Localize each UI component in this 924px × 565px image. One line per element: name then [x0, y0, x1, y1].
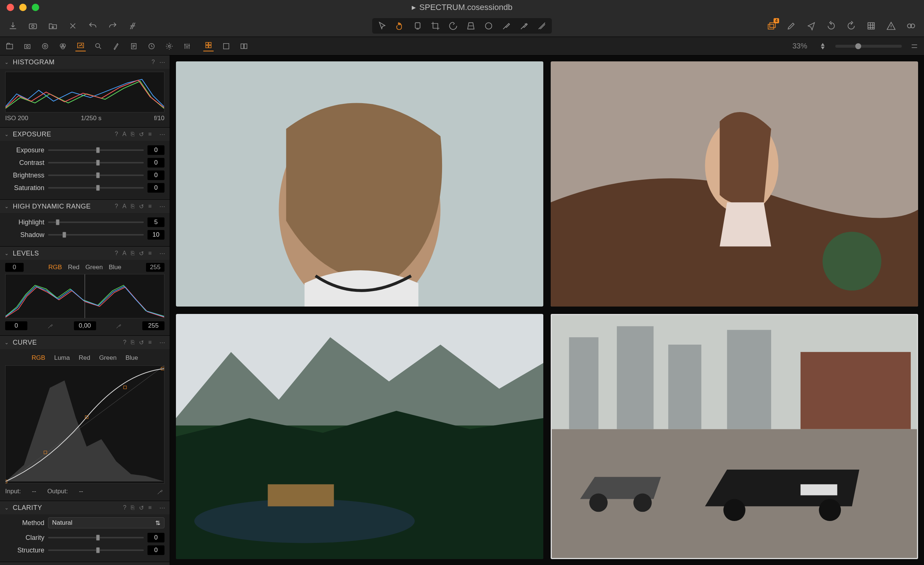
saturation-slider[interactable] [48, 187, 144, 189]
levels-white-value[interactable]: 255 [142, 321, 165, 330]
grid-icon[interactable] [866, 20, 877, 32]
single-view-icon[interactable] [221, 41, 231, 51]
help-icon[interactable]: ? [123, 339, 126, 346]
auto-icon[interactable]: A [122, 131, 126, 138]
spot-tool-icon[interactable] [483, 20, 494, 32]
help-icon[interactable]: ? [152, 59, 155, 65]
copy-icon[interactable]: ⎘ [131, 203, 135, 210]
levels-channel-green[interactable]: Green [86, 264, 103, 271]
help-icon[interactable]: ? [115, 131, 118, 138]
slider-value[interactable]: 0 [147, 158, 165, 167]
reset-icon[interactable]: ↺ [139, 203, 144, 210]
slider-value[interactable]: 0 [147, 545, 165, 555]
redo-icon[interactable] [107, 20, 118, 32]
zoom-fit-icon[interactable] [818, 41, 828, 51]
edit-icon[interactable] [786, 20, 797, 32]
exposure-slider[interactable] [48, 149, 144, 151]
slider-value[interactable]: 5 [147, 218, 165, 227]
clarity-header[interactable]: ⌄CLARITY ?⎘↺⋯ [0, 501, 170, 514]
levels-black-value[interactable]: 0 [5, 321, 27, 330]
levels-header[interactable]: ⌄LEVELS ?A⎘↺⋯ [0, 246, 170, 260]
library-tab-icon[interactable] [4, 41, 15, 51]
menu-icon[interactable]: ⋯ [159, 131, 165, 138]
vignetting-header[interactable]: ›VIGNETTING ?⎘↺⋯ [0, 562, 170, 565]
local-adjust-tab-icon[interactable] [111, 41, 121, 51]
auto-adjust-icon[interactable] [127, 20, 138, 32]
metadata-tab-icon[interactable] [129, 41, 139, 51]
curve-channel-blue[interactable]: Blue [125, 354, 138, 362]
levels-mid-value[interactable]: 0,00 [74, 321, 96, 330]
clarity-slider[interactable] [48, 537, 144, 538]
send-icon[interactable] [806, 20, 817, 32]
levels-low-value[interactable]: 0 [5, 263, 24, 272]
preset-icon[interactable] [148, 203, 155, 210]
zoom-window-button[interactable] [32, 4, 39, 11]
preset-icon[interactable] [148, 250, 155, 257]
shadow-slider[interactable] [48, 234, 144, 236]
help-icon[interactable]: ? [123, 504, 126, 511]
menu-icon[interactable]: ⋯ [159, 203, 165, 210]
exposure-header[interactable]: ⌄EXPOSURE ?A⎘↺⋯ [0, 128, 170, 141]
cancel-icon[interactable] [67, 20, 78, 32]
undo-icon[interactable] [87, 20, 98, 32]
clarity-method-select[interactable]: Natural⇅ [48, 517, 165, 528]
menu-icon[interactable]: ⋯ [159, 504, 165, 511]
color-tab-icon[interactable] [58, 41, 68, 51]
reset-icon[interactable]: ↺ [139, 339, 144, 346]
gradient-tool-icon[interactable] [536, 20, 548, 32]
eyedropper-white-icon[interactable] [116, 322, 123, 329]
close-window-button[interactable] [7, 4, 14, 11]
capture-icon[interactable] [27, 20, 39, 32]
rotate-tool-icon[interactable] [448, 20, 459, 32]
auto-icon[interactable]: A [122, 203, 126, 210]
copy-icon[interactable]: ⎘ [131, 250, 135, 257]
brush-tool-icon[interactable] [501, 20, 512, 32]
lens-tab-icon[interactable] [40, 41, 50, 51]
levels-graph[interactable] [5, 274, 165, 319]
copy-icon[interactable]: ⎘ [131, 504, 135, 511]
brightness-slider[interactable] [48, 174, 144, 176]
hdr-header[interactable]: ⌄HIGH DYNAMIC RANGE ?A⎘↺⋯ [0, 200, 170, 213]
curve-header[interactable]: ⌄CURVE ?⎘↺⋯ [0, 336, 170, 349]
eraser-tool-icon[interactable] [519, 20, 530, 32]
curve-graph[interactable] [5, 365, 165, 484]
output-tab-icon[interactable] [146, 41, 157, 51]
capture-tab-icon[interactable] [22, 41, 33, 51]
slider-value[interactable]: 0 [147, 170, 165, 180]
zoom-slider[interactable] [835, 45, 902, 48]
preset-icon[interactable] [148, 131, 155, 138]
proof-icon[interactable] [906, 20, 916, 32]
help-icon[interactable]: ? [115, 203, 118, 210]
settings-tab-icon[interactable] [164, 41, 174, 51]
copy-icon[interactable]: ⎘ [131, 339, 135, 346]
contrast-slider[interactable] [48, 162, 144, 164]
export-folder-icon[interactable] [47, 20, 58, 32]
curve-channel-luma[interactable]: Luma [54, 354, 70, 362]
reset-icon[interactable]: ↺ [139, 250, 144, 257]
levels-channel-red[interactable]: Red [68, 264, 80, 271]
curve-picker-icon[interactable] [156, 487, 165, 496]
highlight-slider[interactable] [48, 221, 144, 223]
zoom-menu-icon[interactable] [909, 41, 920, 51]
auto-icon[interactable]: A [122, 250, 126, 257]
curve-channel-rgb[interactable]: RGB [32, 354, 45, 362]
menu-icon[interactable]: ⋯ [159, 59, 165, 66]
preset-icon[interactable] [148, 504, 155, 511]
menu-icon[interactable]: ⋯ [159, 250, 165, 257]
thumbnail-2[interactable] [551, 62, 918, 307]
minimize-window-button[interactable] [19, 4, 27, 11]
reset-icon[interactable]: ↺ [139, 504, 144, 511]
keystone-tool-icon[interactable] [465, 20, 476, 32]
warning-icon[interactable] [885, 20, 897, 32]
curve-channel-green[interactable]: Green [99, 354, 116, 362]
adjustments-tab-icon[interactable] [182, 41, 192, 51]
levels-channel-blue[interactable]: Blue [109, 264, 121, 271]
slider-value[interactable]: 0 [147, 533, 165, 542]
batch-queue-icon[interactable]: 4 [766, 20, 777, 32]
exposure-tab-icon[interactable] [75, 41, 86, 51]
eyedropper-black-icon[interactable] [47, 322, 54, 329]
select-tool-icon[interactable] [376, 20, 388, 32]
thumbnail-4[interactable] [551, 314, 918, 559]
slider-value[interactable]: 10 [147, 230, 165, 240]
rotate-cw-icon[interactable] [846, 20, 857, 32]
